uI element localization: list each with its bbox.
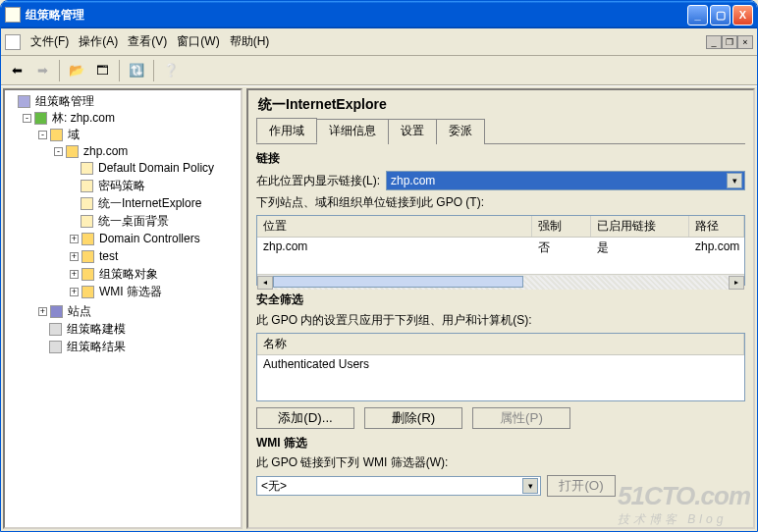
tree-test[interactable]: +test [70,247,239,265]
menu-window[interactable]: 窗口(W) [177,33,219,50]
toolbar: ⬅ ➡ 📂 🗔 🔃 ❔ [1,56,757,85]
menu-file[interactable]: 文件(F) [30,33,69,50]
links-sub: 下列站点、域和组织单位链接到此 GPO (T): [256,194,484,211]
tab-details[interactable]: 详细信息 [316,119,389,144]
mdi-minimize-button[interactable]: _ [706,35,722,49]
scroll-left-icon[interactable]: ◂ [257,276,273,290]
mdi-close-button[interactable]: × [737,35,753,49]
tree-forest[interactable]: -林: zhp.com -域 -zhp.com Default Domain P… [23,109,239,356]
links-location-combo[interactable]: zhp.com ▾ [386,171,745,190]
wmi-heading: WMI 筛选 [256,435,745,452]
security-row[interactable]: Authenticated Users [257,355,744,373]
tree-root[interactable]: 组策略管理 -林: zhp.com -域 -zhp.com Default Do… [7,92,239,357]
security-heading: 安全筛选 [256,292,745,308]
tree-desktop[interactable]: 统一桌面背景 [70,212,239,230]
tree-gpo-obj[interactable]: +组策略对象 [70,265,239,283]
col-path[interactable]: 路径 [689,216,744,237]
tree-dc[interactable]: +Domain Controllers [70,230,239,247]
tab-scope[interactable]: 作用域 [256,118,317,143]
menu-action[interactable]: 操作(A) [79,33,118,50]
h-scrollbar[interactable]: ◂ ▸ [257,274,744,290]
tree-domains[interactable]: -域 -zhp.com Default Domain Policy 密码策略 统… [38,126,239,302]
remove-button[interactable]: 删除(R) [364,407,462,429]
col-location[interactable]: 位置 [257,216,532,237]
maximize-button[interactable]: ▢ [710,5,731,26]
tree-modeling[interactable]: 组策略建模 [38,320,239,338]
wmi-combo[interactable]: <无> ▾ [256,476,541,496]
refresh-button[interactable]: 🔃 [125,59,148,82]
chevron-down-icon[interactable]: ▾ [522,478,538,494]
tree-button[interactable]: 🗔 [90,59,114,82]
tree-ddp[interactable]: Default Domain Policy [70,159,239,177]
tabstrip: 作用域 详细信息 设置 委派 [256,118,745,144]
window-title: 组策略管理 [26,7,84,24]
menu-bar: 文件(F) 操作(A) 查看(V) 窗口(W) 帮助(H) _ ❐ × [1,28,757,56]
wmi-value: <无> [261,478,287,495]
menu-help[interactable]: 帮助(H) [230,33,270,50]
minimize-button[interactable]: _ [687,5,708,26]
up-button[interactable]: 📂 [65,59,88,82]
links-listview[interactable]: 位置 强制 已启用链接 路径 zhp.com 否 是 zhp.com [256,215,745,286]
back-button[interactable]: ⬅ [5,59,28,82]
col-enabled[interactable]: 已启用链接 [591,216,689,237]
props-button: 属性(P) [472,407,570,429]
forward-button[interactable]: ➡ [30,59,54,82]
wmi-open-button: 打开(O) [547,475,616,497]
menu-view[interactable]: 查看(V) [128,33,167,50]
tree-domain[interactable]: -zhp.com Default Domain Policy 密码策略 统一In… [54,142,239,301]
help-button[interactable]: ❔ [159,59,183,82]
app-icon [5,7,21,23]
tree-panel[interactable]: 组策略管理 -林: zhp.com -域 -zhp.com Default Do… [3,88,243,529]
chevron-down-icon[interactable]: ▾ [727,173,742,188]
tab-delegation[interactable]: 委派 [436,119,485,144]
doc-icon [5,34,21,50]
panel-title: 统一InternetExplore [256,94,745,118]
watermark: 51CTO.com 技术博客 Blog [618,481,750,528]
close-button[interactable]: X [732,5,753,26]
links-row[interactable]: zhp.com 否 是 zhp.com [257,238,744,258]
add-button[interactable]: 添加(D)... [256,407,354,429]
security-sub: 此 GPO 内的设置只应用于下列组、用户和计算机(S): [256,312,532,329]
tree-ie[interactable]: 统一InternetExplore [70,194,239,212]
tab-settings[interactable]: 设置 [388,119,437,144]
links-location-value: zhp.com [391,174,435,187]
security-listview[interactable]: 名称 Authenticated Users [256,333,745,401]
col-enforced[interactable]: 强制 [532,216,591,237]
col-name[interactable]: 名称 [257,334,744,354]
titlebar: 组策略管理 _ ▢ X [1,1,757,28]
tree-sites[interactable]: +站点 [38,302,239,320]
right-panel: 统一InternetExplore 作用域 详细信息 设置 委派 链接 在此位置… [246,88,755,529]
security-section: 安全筛选 此 GPO 内的设置只应用于下列组、用户和计算机(S): 名称 Aut… [256,292,745,429]
scroll-right-icon[interactable]: ▸ [729,276,744,290]
tree-wmi[interactable]: +WMI 筛选器 [70,283,239,300]
links-section: 链接 在此位置内显示链接(L): zhp.com ▾ 下列站点、域和组织单位链接… [256,150,745,286]
tree-pwd[interactable]: 密码策略 [70,177,239,194]
wmi-sub: 此 GPO 链接到下列 WMI 筛选器(W): [256,455,448,469]
links-display-label: 在此位置内显示链接(L): [256,173,380,189]
tree-results[interactable]: 组策略结果 [38,338,239,355]
mdi-restore-button[interactable]: ❐ [722,35,737,49]
links-heading: 链接 [256,150,745,167]
